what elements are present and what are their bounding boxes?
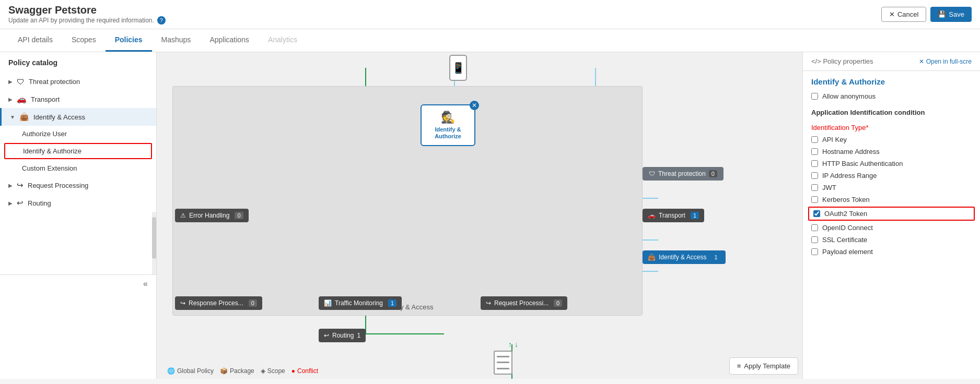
request-icon: ↪	[486, 299, 491, 307]
global-policy-item[interactable]: 🌐 Global Policy	[167, 367, 214, 375]
checkbox-api-key: API Key	[803, 134, 980, 146]
apply-template-button[interactable]: ≡ Apply Template	[729, 357, 798, 375]
checkbox-http-basic-input[interactable]	[811, 160, 818, 167]
checkbox-kerberos-token: Kerberos Token	[803, 194, 980, 206]
package-item[interactable]: 📦 Package	[220, 367, 254, 375]
server-icon	[494, 351, 512, 375]
key-icon: 👜	[648, 254, 656, 261]
app-subtitle: Update an API by providing the required …	[8, 16, 166, 25]
checkbox-hostname-input[interactable]	[811, 148, 818, 155]
identify-icon: 👜	[19, 112, 29, 122]
allow-anonymous-section: Allow anonymous	[803, 89, 980, 103]
tabs-bar: API details Scopes Policies Mashups Appl…	[0, 29, 980, 52]
sidebar-item-authorize-user[interactable]: Authorize User	[0, 126, 156, 142]
app-id-condition-heading: Application Identification condition	[803, 103, 980, 119]
threat-protection-node[interactable]: 🛡 Threat protection 0	[643, 167, 724, 181]
checkbox-payload-element: Payload element	[803, 246, 980, 258]
request-icon: ↪	[17, 181, 24, 190]
threat-icon: 🛡	[17, 77, 25, 86]
help-icon[interactable]: ?	[157, 16, 166, 25]
tab-api-details[interactable]: API details	[8, 29, 62, 52]
sidebar-item-routing[interactable]: ▶ ↩ Routing	[0, 194, 156, 212]
traffic-monitoring-node[interactable]: 📊 Traffic Monitoring 1	[319, 296, 402, 310]
sidebar-item-identify-access[interactable]: ▼ 👜 Identify & Access	[0, 108, 156, 126]
template-icon: ≡	[737, 362, 741, 370]
node-close-button[interactable]: ✕	[470, 101, 479, 110]
checkbox-ssl-input[interactable]	[811, 236, 818, 243]
fullscreen-link[interactable]: ✕ Open in full-scre	[919, 58, 972, 65]
tab-policies[interactable]: Policies	[106, 29, 152, 52]
chevron-down-icon: ▼	[10, 114, 15, 120]
canvas-content: ↑ ↓ ↑ ↓ ↑ ↓ 📱 Identify & Access ✕ 🕵 Iden…	[157, 52, 802, 379]
checkbox-ip-address-range: IP Address Range	[803, 170, 980, 182]
checkbox-oauth2-input[interactable]	[813, 210, 820, 217]
save-button[interactable]: 💾 Save	[930, 7, 972, 22]
checkbox-openid-connect: OpenID Connect	[803, 222, 980, 234]
checkbox-payload-input[interactable]	[811, 248, 818, 255]
traffic-icon: 📊	[324, 299, 332, 307]
header-buttons: ✕ Cancel 💾 Save	[881, 7, 972, 22]
sidebar-item-identify-authorize[interactable]: Identify & Authorize	[4, 143, 152, 159]
routing-node[interactable]: ↩ Routing 1	[319, 329, 366, 342]
identify-access-container: Identify & Access	[172, 86, 643, 316]
checkbox-hostname-address: Hostname Address	[803, 146, 980, 158]
checkbox-ssl-certificate: SSL Certificate	[803, 234, 980, 246]
identify-authorize-node[interactable]: ✕ 🕵 Identify & Authorize	[421, 104, 475, 146]
warning-icon: ⚠	[180, 212, 186, 219]
error-handling-node[interactable]: ⚠ Error Handling 0	[175, 209, 249, 222]
conflict-dot-icon: ●	[291, 367, 295, 375]
transport-node[interactable]: 🚗 Transport 1	[643, 209, 704, 222]
app-title: Swagger Petstore	[8, 4, 166, 16]
phone-node: 📱	[449, 55, 467, 81]
checkbox-oauth2-token: OAuth2 Token	[808, 207, 975, 221]
chevron-right-icon: ▶	[8, 200, 13, 206]
scope-item[interactable]: ◈ Scope	[261, 367, 285, 375]
svg-text:↓: ↓	[515, 340, 518, 349]
chevron-right-icon: ▶	[8, 183, 13, 188]
checkbox-kerberos-input[interactable]	[811, 196, 818, 203]
node-detective-icon: 🕵	[428, 111, 468, 124]
svg-text:↑: ↑	[508, 340, 512, 349]
transport-icon: 🚗	[17, 94, 27, 104]
sidebar-item-transport[interactable]: ▶ 🚗 Transport	[0, 90, 156, 108]
checkbox-jwt: JWT	[803, 182, 980, 194]
tab-scopes[interactable]: Scopes	[62, 29, 106, 52]
properties-title: Identify & Authorize	[803, 71, 980, 89]
routing-icon: ↩	[324, 332, 329, 339]
allow-anonymous-checkbox[interactable]	[811, 93, 818, 100]
response-processing-node[interactable]: ↪ Response Proces... 0	[175, 296, 262, 310]
checkbox-jwt-input[interactable]	[811, 184, 818, 191]
policy-canvas[interactable]: ↑ ↓ ↑ ↓ ↑ ↓ 📱 Identify & Access ✕ 🕵 Iden…	[157, 52, 802, 379]
cancel-x-icon: ✕	[889, 10, 895, 18]
sidebar-item-request-processing[interactable]: ▶ ↪ Request Processing	[0, 176, 156, 194]
save-disk-icon: 💾	[938, 10, 946, 18]
tab-mashups[interactable]: Mashups	[152, 29, 201, 52]
identify-access-node[interactable]: 👜 Identify & Access 1	[643, 250, 726, 264]
chevron-right-icon: ▶	[8, 97, 13, 102]
shield-icon: 🛡	[649, 170, 655, 177]
conflict-item[interactable]: ● Conflict	[291, 367, 318, 375]
server-node	[494, 351, 512, 375]
node-label: Identify & Authorize	[428, 126, 468, 140]
checkbox-ip-range-input[interactable]	[811, 172, 818, 179]
canvas-bottom-bar: 🌐 Global Policy 📦 Package ◈ Scope ● Conf…	[167, 367, 318, 375]
sidebar-title: Policy catalog	[0, 52, 156, 73]
cancel-button[interactable]: ✕ Cancel	[881, 7, 926, 22]
allow-anonymous-label[interactable]: Allow anonymous	[811, 92, 972, 100]
checkbox-http-basic-auth: HTTP Basic Authentication	[803, 158, 980, 170]
phone-icon: 📱	[449, 55, 467, 81]
policy-properties-panel: </> Policy properties ✕ Open in full-scr…	[802, 52, 980, 379]
request-processing-node[interactable]: ↪ Request Processi... 0	[481, 296, 567, 310]
sidebar-item-threat-protection[interactable]: ▶ 🛡 Threat protection	[0, 73, 156, 90]
globe-icon: 🌐	[167, 367, 175, 375]
collapse-sidebar-button[interactable]: «	[143, 279, 148, 289]
transport-icon: 🚗	[648, 212, 656, 219]
scope-icon: ◈	[261, 367, 265, 375]
id-type-label: Identification Type*	[803, 119, 980, 134]
sidebar-item-custom-extension[interactable]: Custom Extension	[0, 160, 156, 176]
checkbox-openid-input[interactable]	[811, 224, 818, 231]
tab-analytics: Analytics	[259, 29, 307, 52]
chevron-right-icon: ▶	[8, 79, 13, 85]
checkbox-api-key-input[interactable]	[811, 136, 818, 143]
tab-applications[interactable]: Applications	[200, 29, 259, 52]
